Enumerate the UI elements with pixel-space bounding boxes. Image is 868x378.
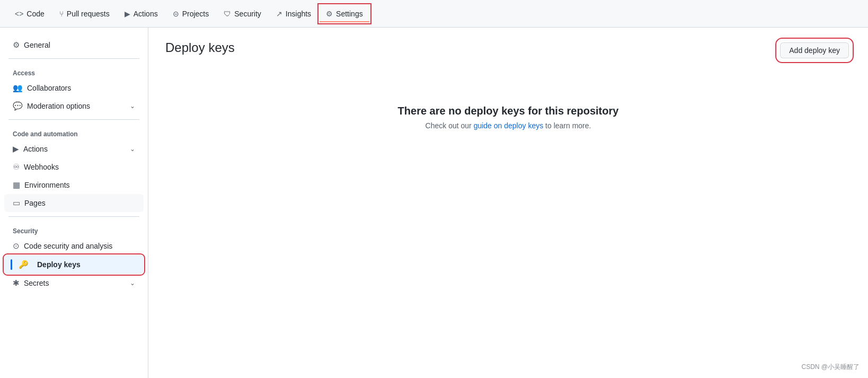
section-label-code-automation: Code and automation (0, 124, 148, 140)
nav-code[interactable]: <> Code (8, 5, 51, 22)
code-icon: <> (15, 10, 23, 18)
actions-icon: ▶ (125, 10, 130, 18)
nav-pull-requests[interactable]: ⑂ Pull requests (53, 5, 116, 22)
sidebar-item-general[interactable]: ⚙ General (4, 36, 144, 54)
projects-icon: ⊝ (173, 10, 179, 18)
sidebar-divider-2 (8, 119, 139, 120)
sidebar-item-webhooks[interactable]: ♾ Webhooks (4, 158, 144, 176)
empty-state-title: There are no deploy keys for this reposi… (176, 105, 840, 117)
main-content: Deploy keys Add deploy key There are no … (148, 28, 868, 378)
gear-icon: ⚙ (13, 40, 20, 50)
active-indicator (11, 259, 12, 270)
secrets-icon: ✱ (13, 278, 20, 288)
environments-icon: ▦ (13, 180, 20, 190)
add-deploy-key-button-wrapper: Add deploy key (778, 40, 851, 60)
sidebar-item-actions[interactable]: ▶ Actions ⌄ (4, 140, 144, 158)
sidebar: ⚙ General Access 👥 Collaborators 💬 Moder… (0, 28, 148, 378)
key-icon: 🔑 (19, 260, 29, 269)
sidebar-divider-3 (8, 216, 139, 217)
pages-icon: ▭ (13, 198, 20, 208)
guide-link[interactable]: guide on deploy keys (474, 121, 544, 130)
add-deploy-key-button[interactable]: Add deploy key (780, 42, 849, 58)
top-navigation: <> Code ⑂ Pull requests ▶ Actions ⊝ Proj… (0, 0, 868, 28)
security-icon: 🛡 (224, 10, 231, 18)
nav-insights[interactable]: ↗ Insights (270, 5, 317, 22)
sidebar-divider-1 (8, 58, 139, 59)
webhooks-icon: ♾ (13, 162, 20, 172)
section-label-security: Security (0, 221, 148, 237)
nav-projects[interactable]: ⊝ Projects (166, 5, 216, 22)
code-security-icon: ⊙ (13, 241, 20, 251)
section-label-access: Access (0, 63, 148, 79)
nav-security[interactable]: 🛡 Security (217, 5, 268, 22)
empty-state-description: Check out our guide on deploy keys to le… (176, 121, 840, 130)
empty-state: There are no deploy keys for this reposi… (165, 73, 851, 162)
page-layout: ⚙ General Access 👥 Collaborators 💬 Moder… (0, 28, 868, 378)
sidebar-item-pages[interactable]: ▭ Pages (4, 194, 144, 212)
page-title: Deploy keys (165, 40, 235, 55)
sidebar-item-code-security[interactable]: ⊙ Code security and analysis (4, 237, 144, 255)
chevron-down-icon-actions: ⌄ (130, 145, 135, 153)
sidebar-item-environments[interactable]: ▦ Environments (4, 176, 144, 194)
settings-gear-icon: ⚙ (326, 10, 333, 18)
nav-settings[interactable]: ⚙ Settings (320, 5, 369, 22)
main-header: Deploy keys Add deploy key (165, 40, 851, 60)
sidebar-item-collaborators[interactable]: 👥 Collaborators (4, 79, 144, 97)
moderation-icon: 💬 (13, 101, 23, 111)
sidebar-item-deploy-keys[interactable]: 🔑 Deploy keys (4, 255, 144, 274)
actions-sidebar-icon: ▶ (13, 144, 19, 154)
insights-icon: ↗ (276, 10, 282, 18)
collaborators-icon: 👥 (13, 83, 23, 93)
nav-actions[interactable]: ▶ Actions (118, 5, 164, 22)
chevron-down-icon: ⌄ (130, 102, 135, 110)
sidebar-item-moderation-options[interactable]: 💬 Moderation options ⌄ (4, 97, 144, 115)
pull-request-icon: ⑂ (59, 10, 64, 18)
chevron-down-icon-secrets: ⌄ (130, 279, 135, 287)
watermark: CSDN @小吴睡醒了 (801, 363, 860, 372)
sidebar-item-secrets[interactable]: ✱ Secrets ⌄ (4, 274, 144, 292)
